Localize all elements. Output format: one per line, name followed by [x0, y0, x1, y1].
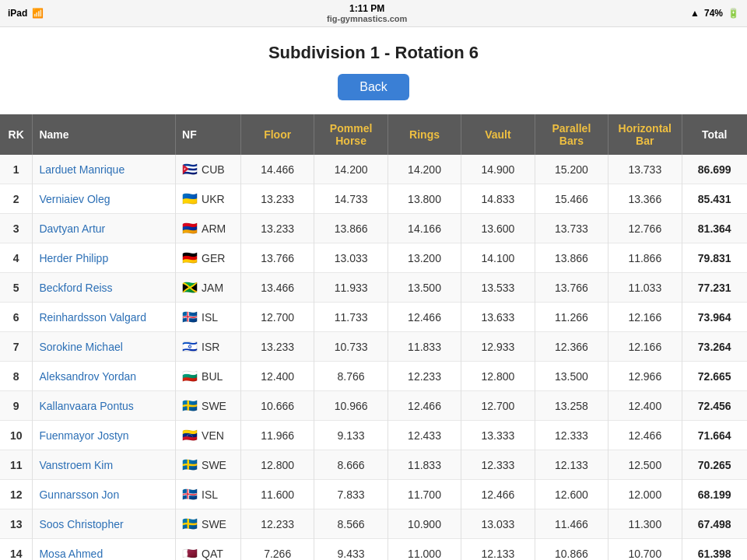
rank-cell: 7 — [0, 332, 33, 362]
flag-icon: 🇦🇲 — [182, 221, 198, 236]
rings-score: 11.000 — [388, 539, 461, 561]
back-button[interactable]: Back — [338, 74, 409, 100]
vault-score: 12.800 — [461, 362, 535, 391]
parallel-score: 10.866 — [535, 539, 608, 561]
name-cell[interactable]: Verniaiev Oleg — [33, 184, 176, 214]
total-score: 73.264 — [682, 332, 747, 362]
table-row: 9 Kallanvaara Pontus 🇸🇪 SWE 10.666 10.96… — [0, 391, 747, 421]
parallel-score: 11.466 — [535, 509, 608, 539]
nf-code: SWE — [202, 518, 226, 530]
rank-cell: 9 — [0, 391, 33, 421]
horizontal-score: 12.966 — [608, 362, 682, 391]
nf-code: ISL — [202, 488, 218, 501]
pommel-score: 9.433 — [314, 539, 388, 561]
nf-cell: 🇦🇲 ARM — [176, 214, 241, 243]
vault-score: 12.466 — [461, 480, 535, 509]
rank-cell: 6 — [0, 303, 33, 332]
floor-score: 12.233 — [240, 509, 314, 539]
nf-cell: 🇶🇦 QAT — [176, 539, 241, 561]
nf-cell: 🇸🇪 SWE — [176, 391, 241, 421]
vault-score: 12.133 — [461, 539, 535, 561]
name-cell[interactable]: Mosa Ahmed — [33, 539, 176, 561]
main-content: Subdivision 1 - Rotation 6 Back RK Name … — [0, 27, 747, 560]
name-cell[interactable]: Reinhardsson Valgard — [33, 303, 176, 332]
table-row: 5 Beckford Reiss 🇯🇲 JAM 13.466 11.933 13… — [0, 273, 747, 303]
rings-score: 12.433 — [388, 421, 461, 450]
nf-code: QAT — [202, 548, 223, 560]
horizontal-score: 11.033 — [608, 273, 682, 303]
total-score: 71.664 — [682, 421, 747, 450]
nf-code: JAM — [202, 282, 223, 294]
status-right: ▲ 74% 🔋 — [690, 8, 739, 19]
pommel-score: 8.666 — [314, 450, 388, 480]
rings-score: 12.233 — [388, 362, 461, 391]
rank-cell: 2 — [0, 184, 33, 214]
col-name: Name — [33, 114, 176, 155]
col-parallel: Parallel Bars — [535, 114, 608, 155]
col-total: Total — [682, 114, 747, 155]
vault-score: 14.833 — [461, 184, 535, 214]
rank-cell: 14 — [0, 539, 33, 561]
rank-cell: 12 — [0, 480, 33, 509]
parallel-score: 13.500 — [535, 362, 608, 391]
table-row: 6 Reinhardsson Valgard 🇮🇸 ISL 12.700 11.… — [0, 303, 747, 332]
nf-cell: 🇯🇲 JAM — [176, 273, 241, 303]
pommel-score: 8.566 — [314, 509, 388, 539]
battery-icon: 🔋 — [728, 8, 739, 19]
name-cell[interactable]: Davtyan Artur — [33, 214, 176, 243]
parallel-score: 13.733 — [535, 214, 608, 243]
nf-cell: 🇸🇪 SWE — [176, 450, 241, 480]
status-center: 1:11 PM fig-gymnastics.com — [327, 3, 407, 23]
parallel-score: 12.333 — [535, 421, 608, 450]
rank-cell: 1 — [0, 155, 33, 184]
name-cell[interactable]: Fuenmayor Jostyn — [33, 421, 176, 450]
flag-icon: 🇸🇪 — [182, 516, 198, 531]
nf-cell: 🇮🇸 ISL — [176, 303, 241, 332]
parallel-score: 11.266 — [535, 303, 608, 332]
nf-cell: 🇨🇺 CUB — [176, 155, 241, 184]
total-score: 67.498 — [682, 509, 747, 539]
pommel-score: 10.966 — [314, 391, 388, 421]
name-cell[interactable]: Beckford Reiss — [33, 273, 176, 303]
total-score: 73.964 — [682, 303, 747, 332]
name-cell[interactable]: Vanstroem Kim — [33, 450, 176, 480]
parallel-score: 12.133 — [535, 450, 608, 480]
name-cell[interactable]: Sorokine Michael — [33, 332, 176, 362]
table-row: 12 Gunnarsson Jon 🇮🇸 ISL 11.600 7.833 11… — [0, 480, 747, 509]
name-cell[interactable]: Herder Philipp — [33, 243, 176, 273]
horizontal-score: 12.400 — [608, 391, 682, 421]
name-cell[interactable]: Aleksandrov Yordan — [33, 362, 176, 391]
pommel-score: 14.200 — [314, 155, 388, 184]
rank-cell: 3 — [0, 214, 33, 243]
name-cell[interactable]: Gunnarsson Jon — [33, 480, 176, 509]
nf-code: ARM — [202, 222, 226, 235]
flag-icon: 🇸🇪 — [182, 398, 198, 413]
rank-cell: 11 — [0, 450, 33, 480]
horizontal-score: 12.000 — [608, 480, 682, 509]
table-row: 14 Mosa Ahmed 🇶🇦 QAT 7.266 9.433 11.000 … — [0, 539, 747, 561]
floor-score: 13.233 — [240, 184, 314, 214]
total-score: 72.456 — [682, 391, 747, 421]
name-cell[interactable]: Soos Christopher — [33, 509, 176, 539]
nf-code: BUL — [202, 370, 223, 383]
rings-score: 13.200 — [388, 243, 461, 273]
name-cell[interactable]: Kallanvaara Pontus — [33, 391, 176, 421]
floor-score: 13.766 — [240, 243, 314, 273]
table-row: 2 Verniaiev Oleg 🇺🇦 UKR 13.233 14.733 13… — [0, 184, 747, 214]
floor-score: 13.466 — [240, 273, 314, 303]
horizontal-score: 10.700 — [608, 539, 682, 561]
col-nf: NF — [176, 114, 241, 155]
floor-score: 12.700 — [240, 303, 314, 332]
rings-score: 12.466 — [388, 303, 461, 332]
vault-score: 13.533 — [461, 273, 535, 303]
floor-score: 12.800 — [240, 450, 314, 480]
total-score: 61.398 — [682, 539, 747, 561]
floor-score: 13.233 — [240, 332, 314, 362]
nf-cell: 🇸🇪 SWE — [176, 509, 241, 539]
rank-cell: 8 — [0, 362, 33, 391]
floor-score: 13.233 — [240, 214, 314, 243]
vault-score: 13.600 — [461, 214, 535, 243]
name-cell[interactable]: Larduet Manrique — [33, 155, 176, 184]
horizontal-score: 13.366 — [608, 184, 682, 214]
table-row: 13 Soos Christopher 🇸🇪 SWE 12.233 8.566 … — [0, 509, 747, 539]
